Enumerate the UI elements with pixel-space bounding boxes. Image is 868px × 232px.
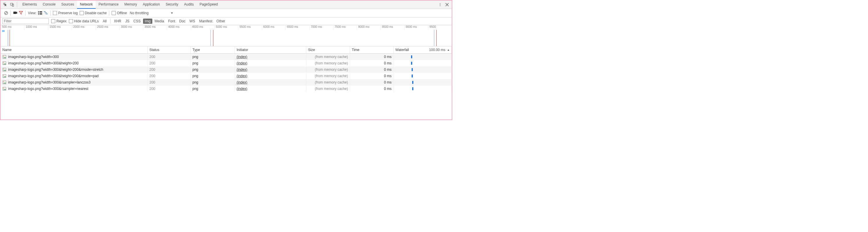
timeline-ruler: 500 ms1000 ms1500 ms2000 ms2500 ms3000 m…	[1, 25, 452, 30]
image-file-icon	[2, 61, 6, 65]
cell-initiator: (index)	[235, 54, 306, 60]
svg-rect-13	[38, 14, 39, 15]
svg-point-2	[440, 3, 440, 4]
tab-pagespeed[interactable]: PageSpeed	[197, 1, 221, 9]
tab-audits[interactable]: Audits	[181, 1, 196, 9]
filter-input[interactable]	[2, 18, 49, 24]
svg-rect-11	[38, 13, 39, 14]
col-header-waterfall[interactable]: Waterfall 100.00 ms ▲	[394, 46, 452, 53]
separator	[17, 2, 17, 7]
cell-size: (from memory cache)	[306, 67, 350, 73]
cell-name: imagesharp-logo.png?width=300&height=200…	[1, 73, 148, 79]
initiator-link[interactable]: (index)	[237, 74, 247, 78]
filter-type-manifest[interactable]: Manifest	[197, 18, 214, 24]
initiator-link[interactable]: (index)	[237, 68, 247, 72]
svg-rect-10	[39, 11, 42, 12]
cell-initiator: (index)	[235, 67, 306, 73]
timeline-markers	[1, 30, 452, 46]
cell-initiator: (index)	[235, 85, 306, 92]
filter-type-other[interactable]: Other	[215, 18, 227, 24]
timeline-marker	[434, 30, 434, 46]
timeline-marker	[8, 30, 8, 46]
cell-waterfall	[394, 73, 452, 79]
throttling-select[interactable]: No throttling ▼	[130, 11, 173, 15]
col-header-type[interactable]: Type	[191, 46, 235, 53]
table-body: imagesharp-logo.png?width=300200png(inde…	[1, 54, 452, 92]
table-row[interactable]: imagesharp-logo.png?width=300200png(inde…	[1, 54, 452, 60]
cell-name: imagesharp-logo.png?width=300	[1, 54, 148, 60]
col-header-time[interactable]: Time	[350, 46, 394, 53]
tab-network[interactable]: Network	[77, 1, 96, 9]
col-header-name[interactable]: Name	[1, 46, 148, 53]
image-file-icon	[2, 68, 6, 72]
col-header-initiator[interactable]: Initiator	[235, 46, 306, 53]
close-icon[interactable]	[443, 1, 451, 8]
table-row[interactable]: imagesharp-logo.png?width=300&height=200…	[1, 73, 452, 79]
cell-time: 0 ms	[350, 85, 394, 92]
screenshot-icon[interactable]	[13, 11, 17, 15]
inspect-icon[interactable]	[2, 1, 9, 8]
tab-sources[interactable]: Sources	[58, 1, 77, 9]
tab-elements[interactable]: Elements	[20, 1, 40, 9]
filter-icon[interactable]	[19, 11, 23, 16]
cell-name: imagesharp-logo.png?width=300&height=200…	[1, 67, 148, 73]
timeline-tick: 2500 ms	[96, 25, 120, 30]
image-file-icon	[2, 74, 6, 78]
tab-memory[interactable]: Memory	[122, 1, 140, 9]
requests-table: Name Status Type Initiator Size Time Wat…	[1, 46, 452, 119]
col-header-status[interactable]: Status	[148, 46, 191, 53]
table-row[interactable]: imagesharp-logo.png?width=300&rsampler=l…	[1, 79, 452, 85]
initiator-link[interactable]: (index)	[237, 55, 247, 59]
disable-cache-checkbox[interactable]: Disable cache	[80, 11, 107, 15]
cell-status: 200	[148, 79, 191, 85]
filter-type-all[interactable]: All	[101, 18, 108, 24]
cell-time: 0 ms	[350, 60, 394, 67]
cell-initiator: (index)	[235, 60, 306, 67]
timeline-tick: 1500 ms	[48, 25, 72, 30]
table-row[interactable]: imagesharp-logo.png?width=300&height=200…	[1, 60, 452, 67]
timeline-tick: 4000 ms	[167, 25, 191, 30]
filter-type-css[interactable]: CSS	[132, 18, 143, 24]
initiator-link[interactable]: (index)	[237, 87, 247, 91]
filter-type-media[interactable]: Media	[153, 18, 166, 24]
timeline-tick: 5000 ms	[214, 25, 238, 30]
timeline-marker	[9, 30, 10, 46]
tab-security[interactable]: Security	[163, 1, 181, 9]
initiator-link[interactable]: (index)	[237, 80, 247, 84]
filter-type-ws[interactable]: WS	[188, 18, 197, 24]
separator	[110, 19, 111, 24]
regex-checkbox[interactable]: Regex	[51, 19, 67, 23]
kebab-menu-icon[interactable]	[437, 1, 443, 8]
top-tab-bar: ElementsConsoleSourcesNetworkPerformance…	[1, 1, 452, 9]
hide-data-urls-checkbox[interactable]: Hide data URLs	[69, 19, 99, 23]
tab-console[interactable]: Console	[40, 1, 58, 9]
cell-size: (from memory cache)	[306, 60, 350, 67]
filter-type-font[interactable]: Font	[166, 18, 177, 24]
col-header-size[interactable]: Size	[306, 46, 350, 53]
disable-cache-label: Disable cache	[85, 11, 107, 15]
table-row[interactable]: imagesharp-logo.png?width=300&rsampler=n…	[1, 85, 452, 92]
svg-marker-8	[16, 11, 17, 14]
device-toggle-icon[interactable]	[9, 1, 16, 8]
hide-data-urls-label: Hide data URLs	[74, 19, 99, 23]
clear-button[interactable]	[4, 11, 8, 15]
filter-type-doc[interactable]: Doc	[178, 18, 187, 24]
initiator-link[interactable]: (index)	[237, 61, 247, 65]
svg-rect-14	[39, 14, 42, 15]
waterfall-view-icon[interactable]	[44, 11, 48, 15]
cell-waterfall	[394, 67, 452, 73]
table-row[interactable]: imagesharp-logo.png?width=300&height=200…	[1, 67, 452, 73]
tab-performance[interactable]: Performance	[96, 1, 122, 9]
timeline-overview[interactable]: 500 ms1000 ms1500 ms2000 ms2500 ms3000 m…	[1, 25, 452, 46]
filter-type-img[interactable]: Img	[143, 18, 152, 24]
filter-type-xhr[interactable]: XHR	[112, 18, 123, 24]
svg-point-23	[3, 69, 4, 70]
svg-rect-12	[39, 13, 42, 14]
svg-rect-15	[44, 11, 45, 12]
network-toolbar: View: Preserve log Disable cache Offline…	[1, 9, 452, 17]
preserve-log-checkbox[interactable]: Preserve log	[53, 11, 78, 15]
filter-type-js[interactable]: JS	[124, 18, 131, 24]
large-rows-icon[interactable]	[38, 11, 42, 15]
tab-application[interactable]: Application	[140, 1, 163, 9]
offline-checkbox[interactable]: Offline	[112, 11, 127, 15]
